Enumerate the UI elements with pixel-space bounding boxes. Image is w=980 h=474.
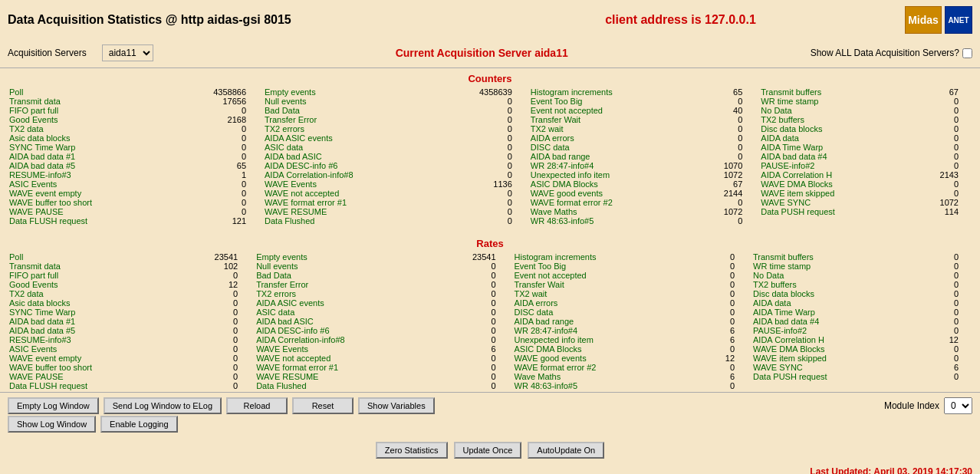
counter-value: 67: [688, 179, 758, 189]
show-variables-button[interactable]: Show Variables: [358, 397, 435, 414]
counter-label: Asic data blocks: [6, 298, 174, 308]
counter-value: 1072: [904, 198, 974, 207]
counter-label: WR time stamp: [758, 97, 904, 106]
empty-log-button[interactable]: Empty Log Window: [8, 397, 99, 414]
counter-label: AIDA DESC-info #6: [253, 326, 432, 335]
counter-value: 0: [904, 133, 974, 143]
counter-label: Empty events: [253, 252, 432, 262]
counter-value: 0: [168, 198, 261, 207]
counters-table: Poll4358866Empty events4358639Histogram …: [6, 87, 974, 225]
counter-value: 40: [688, 106, 758, 115]
counter-value: 12: [678, 354, 750, 363]
enable-logging-button[interactable]: Enable Logging: [100, 416, 177, 433]
counter-value: 17656: [168, 97, 261, 106]
counter-label: Good Events: [6, 280, 174, 289]
reload-button[interactable]: Reload: [226, 397, 288, 414]
counters-title: Counters: [6, 70, 974, 87]
counter-label: ASIC DMA Blocks: [528, 179, 688, 189]
counter-value: 0: [434, 170, 528, 179]
counter-label: WR time stamp: [750, 262, 902, 271]
counter-label: WAVE RESUME: [253, 372, 432, 381]
counter-value: 23541: [432, 252, 511, 262]
show-all-checkbox[interactable]: [962, 48, 972, 58]
counter-value: 0: [432, 326, 511, 335]
update-once-button[interactable]: Update Once: [454, 442, 522, 459]
counter-label: AIDA DESC-info #6: [261, 161, 434, 170]
counter-value: 0: [678, 280, 750, 289]
counter-value: 114: [904, 207, 974, 216]
counter-label: Transmit buffers: [750, 252, 902, 262]
counter-value: 1136: [434, 179, 528, 189]
counter-value: 1070: [688, 161, 758, 170]
counter-label: Disc data blocks: [758, 124, 904, 133]
acq-server-select[interactable]: aida11: [102, 44, 153, 61]
acq-server-row: Acquisition Servers aida11 Current Acqui…: [0, 40, 980, 66]
auto-update-button[interactable]: AutoUpdate On: [528, 442, 604, 459]
counter-value: 0: [904, 152, 974, 161]
counter-label: ASIC data: [253, 308, 432, 317]
counter-label: AIDA errors: [511, 298, 678, 308]
counter-value: 0: [904, 115, 974, 124]
counter-value: 0: [688, 216, 758, 225]
counter-value: 0: [168, 133, 261, 143]
counter-label: Null events: [261, 97, 434, 106]
counter-label: Event Too Big: [528, 97, 688, 106]
counter-value: 0: [904, 143, 974, 152]
counter-label: Data PUSH request: [750, 372, 902, 381]
counter-value: 0: [432, 317, 511, 326]
counter-label: DISC data: [528, 143, 688, 152]
counter-label: WR 48:63-info#5: [511, 381, 678, 390]
counter-label: Histogram increments: [511, 252, 678, 262]
counter-label: AIDA ASIC events: [261, 133, 434, 143]
counter-label: Histogram increments: [528, 87, 688, 97]
counter-label: WAVE item skipped: [750, 354, 902, 363]
counter-label: Empty events: [261, 87, 434, 97]
send-log-button[interactable]: Send Log Window to ELog: [104, 397, 222, 414]
counter-value: 0: [174, 372, 253, 381]
counter-label: PAUSE-info#2: [758, 161, 904, 170]
show-log-button[interactable]: Show Log Window: [8, 416, 96, 433]
counter-value: 0: [902, 298, 974, 308]
counter-value: 0: [678, 271, 750, 280]
counter-label: AIDA bad ASIC: [261, 152, 434, 161]
counter-label: Poll: [6, 252, 174, 262]
midas-logo: Midas: [905, 6, 942, 34]
counter-value: 0: [432, 354, 511, 363]
counter-label: Asic data blocks: [6, 133, 168, 143]
counter-value: 0: [678, 252, 750, 262]
counter-value: 0: [168, 106, 261, 115]
counter-label: AIDA data: [758, 133, 904, 143]
page-title: Data Acquisition Statistics @ http aidas…: [8, 13, 456, 27]
counter-value: 0: [688, 133, 758, 143]
module-index-select[interactable]: 0: [944, 397, 972, 414]
counter-label: AIDA errors: [528, 133, 688, 143]
counter-value: 0: [432, 381, 511, 390]
counter-value: 0: [678, 262, 750, 271]
counter-value: 0: [434, 198, 528, 207]
counter-label: Event not accepted: [511, 271, 678, 280]
reset-button[interactable]: Reset: [292, 397, 354, 414]
counter-label: Null events: [253, 262, 432, 271]
counter-label: Poll: [6, 87, 168, 97]
counter-value: 0: [904, 161, 974, 170]
counter-label: WAVE not accepted: [253, 354, 432, 363]
logo-area: Midas ANET: [905, 6, 972, 34]
show-all-label: Show ALL Data Acquisition Servers?: [811, 48, 972, 58]
counter-value: 2143: [904, 170, 974, 179]
module-index-area: Module Index 0: [884, 397, 972, 414]
counter-value: 0: [688, 143, 758, 152]
counter-value: 0: [434, 124, 528, 133]
counter-label: TX2 buffers: [758, 115, 904, 124]
counter-value: 0: [902, 280, 974, 289]
counter-value: 0: [432, 289, 511, 298]
counter-label: WAVE buffer too short: [6, 363, 174, 372]
zero-stats-button[interactable]: Zero Statistics: [376, 442, 448, 459]
counter-label: Data Flushed: [261, 216, 434, 225]
counter-value: 0: [174, 289, 253, 298]
counter-value: 0: [168, 207, 261, 216]
counter-label: ASIC Events: [6, 344, 174, 354]
counter-value: 0: [688, 198, 758, 207]
counter-label: AIDA data: [750, 298, 902, 308]
counter-value: 0: [904, 179, 974, 189]
counter-value: [902, 381, 974, 390]
